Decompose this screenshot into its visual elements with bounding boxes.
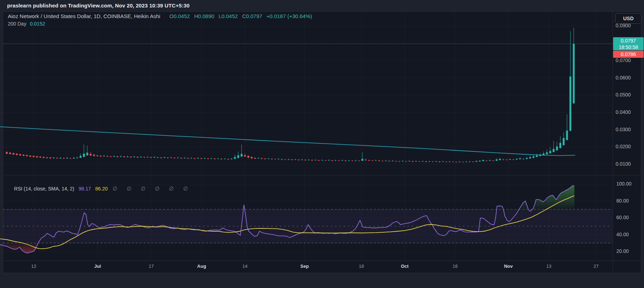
price-axis-label: 0.0900 [616, 23, 631, 28]
price-axis-label: 0.0400 [616, 109, 631, 115]
rsi-axis-label: 100.00 [616, 181, 632, 187]
rsi-label: RSI (14, close, SMA, 14, 2) [14, 186, 75, 192]
time-axis-label: 13 [539, 264, 559, 269]
footer-bar: TradingView [0, 273, 644, 288]
time-axis-label: 16 [445, 264, 465, 269]
rsi-sma-value: 86.20 [95, 186, 108, 192]
time-axis-label: Aug [192, 264, 212, 269]
time-axis-label: Sep [295, 264, 315, 269]
time-axis-label: 14 [235, 264, 255, 269]
open-value: 0.0452 [174, 13, 190, 19]
price-axis-label: 0.0300 [616, 127, 631, 132]
price-axis-label: 0.0500 [616, 92, 631, 98]
price-axis-label: 0.0600 [616, 75, 631, 81]
low-value: 0.0452 [222, 13, 238, 19]
time-axis-label: 17 [141, 264, 161, 269]
bar-countdown: 18:50:58 [613, 44, 644, 50]
low-label: L [219, 13, 222, 19]
high-label: H [194, 13, 198, 19]
last-price-badge: 0.0797 18:50:58 [613, 37, 644, 50]
symbol-title: Aioz Network / United States Dollar, 1D,… [8, 13, 160, 19]
ma-legend[interactable]: 200 Day0.0152 [8, 21, 45, 27]
close-value: 0.0797 [246, 13, 262, 19]
close-label: C [242, 13, 246, 19]
rsi-axis-label: 80.00 [616, 198, 629, 204]
time-axis-label: 27 [586, 264, 606, 269]
price-axis-label: 0.0700 [616, 57, 631, 63]
time-axis-label: Nov [498, 264, 518, 269]
last-price-value: 0.0797 [613, 38, 644, 44]
rsi-axis-label: 40.00 [616, 232, 629, 237]
rsi-legend[interactable]: RSI (14, close, SMA, 14, 2)98.1786.20∅ ∅… [9, 180, 189, 198]
time-axis-label: 12 [24, 264, 44, 269]
symbol-legend[interactable]: Aioz Network / United States Dollar, 1D,… [8, 13, 312, 19]
open-label: O [169, 13, 174, 19]
time-axis-label: Oct [395, 264, 415, 269]
ma-label: 200 Day [8, 21, 26, 27]
time-axis-label: Jul [88, 264, 108, 269]
high-value: 0.0890 [198, 13, 214, 19]
chart-canvas[interactable] [0, 0, 644, 288]
rsi-axis-label: 20.00 [616, 248, 629, 254]
price-axis-label: 0.0100 [616, 161, 631, 167]
change-value: +0.0187 (+30.64%) [267, 13, 312, 19]
ma-value: 0.0152 [30, 21, 45, 27]
rsi-axis-label: 60.00 [616, 215, 629, 220]
rsi-empty-slot-icons: ∅ ∅ ∅ ∅ ∅ ∅ [113, 185, 189, 192]
time-axis-label: 18 [351, 264, 371, 269]
price-axis-label: 0.0200 [616, 144, 631, 149]
rsi-value: 98.17 [78, 186, 91, 192]
prev-close-badge: 0.0786 [613, 51, 644, 58]
tradingview-snapshot: praslearn published on TradingView.com, … [0, 0, 644, 288]
